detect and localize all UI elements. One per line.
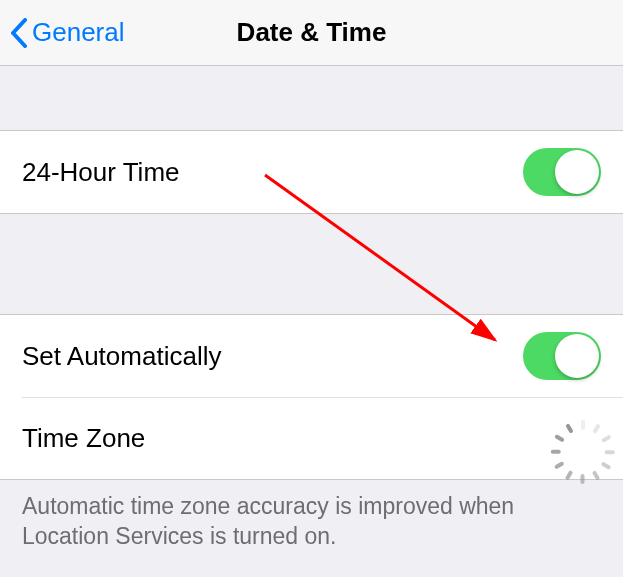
spinner-icon — [565, 421, 601, 457]
toggle-knob — [555, 334, 599, 378]
row-24-hour-time: 24-Hour Time — [0, 131, 623, 213]
row-time-zone[interactable]: Time Zone — [22, 397, 623, 479]
group-set-auto: Set Automatically Time Zone — [0, 314, 623, 480]
group-24hour: 24-Hour Time — [0, 130, 623, 214]
row-label: Time Zone — [22, 423, 145, 454]
page-title: Date & Time — [237, 17, 387, 48]
toggle-set-automatically[interactable] — [523, 332, 601, 380]
footer-text: Automatic time zone accuracy is improved… — [0, 480, 623, 564]
section-spacer — [0, 66, 623, 130]
navbar: General Date & Time — [0, 0, 623, 66]
toggle-24-hour-time[interactable] — [523, 148, 601, 196]
row-set-automatically: Set Automatically — [0, 315, 623, 397]
chevron-left-icon — [10, 18, 28, 48]
section-spacer — [0, 214, 623, 314]
back-button[interactable]: General — [10, 17, 125, 48]
row-label: Set Automatically — [22, 341, 221, 372]
back-label: General — [32, 17, 125, 48]
toggle-knob — [555, 150, 599, 194]
row-label: 24-Hour Time — [22, 157, 180, 188]
